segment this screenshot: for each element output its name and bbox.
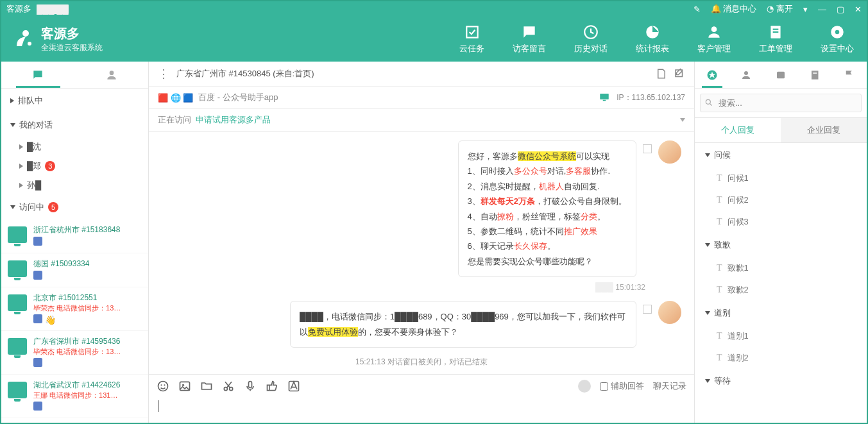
- svg-rect-20: [249, 382, 252, 388]
- svg-point-26: [706, 99, 710, 104]
- image-icon[interactable]: [178, 380, 191, 393]
- message-input[interactable]: [149, 398, 694, 423]
- group-visiting[interactable]: 访问中 5: [1, 195, 148, 219]
- msg-bubble-1: 您好，客源多微信公众号系统可以实现 1、同时接入多公众号对话,多客服协作. 2、…: [458, 140, 636, 277]
- msg-checkbox[interactable]: [643, 305, 652, 314]
- reply-item[interactable]: T问候1: [695, 167, 867, 189]
- monitor-icon: [8, 226, 27, 243]
- reply-item[interactable]: T问候2: [695, 189, 867, 211]
- reply-item[interactable]: T道别2: [695, 347, 867, 369]
- nav-ticket[interactable]: 工单管理: [759, 24, 792, 55]
- maximize-icon[interactable]: ▢: [837, 4, 844, 14]
- subtab-company[interactable]: 企业回复: [781, 118, 867, 142]
- msg-bubble-2: ████，电话微信同步：1████689，QQ：30████969，您可以加我一…: [290, 301, 636, 348]
- visiting-link[interactable]: 申请试用客源多产品: [196, 115, 271, 124]
- assist-toggle[interactable]: 辅助回答: [600, 380, 644, 392]
- titlebar-redacted: ███ ██: [37, 4, 69, 14]
- time-redacted: ███: [595, 282, 613, 292]
- mine-row[interactable]: █郑3: [1, 157, 148, 176]
- msg-center[interactable]: 🔔 消息中心: [711, 3, 757, 15]
- folder-icon[interactable]: [200, 380, 213, 393]
- svg-rect-23: [777, 71, 785, 78]
- more-icon[interactable]: ⋮: [158, 67, 170, 81]
- search-input[interactable]: [700, 94, 862, 112]
- titlebar: 客源多 ███ ██ ✎ 🔔 消息中心 ◔ 离开 ▾ — ▢ ✕: [1, 1, 867, 17]
- svg-point-10: [109, 71, 114, 75]
- rtab-user[interactable]: [729, 62, 764, 88]
- rtab-card[interactable]: [763, 62, 798, 88]
- chat-log-link[interactable]: 聊天记录: [653, 380, 686, 392]
- msg-checkbox[interactable]: [643, 144, 652, 153]
- reply-group[interactable]: 问候: [695, 143, 867, 167]
- nav-guest-msg[interactable]: 访客留言: [513, 24, 546, 55]
- edit-note-icon[interactable]: [674, 68, 685, 80]
- monitor-icon: [8, 382, 27, 398]
- text-style-icon[interactable]: [287, 380, 300, 393]
- right-panel: 个人回复 企业回复 问候T问候1T问候2T问候3致歉T致歉1T致歉2道别T道别1…: [695, 62, 867, 423]
- reply-item[interactable]: T致歉2: [695, 279, 867, 301]
- search-icon: [704, 98, 713, 107]
- reply-group[interactable]: 道别: [695, 301, 867, 325]
- reply-item[interactable]: T致歉1: [695, 257, 867, 279]
- system-message: 15:21:13 对话窗口被关闭，对话已结束: [162, 357, 681, 368]
- monitor-icon: [8, 338, 27, 355]
- header: 客源多 全渠道云客服系统 云任务访客留言历史对话统计报表客户管理工单管理设置中心: [1, 17, 867, 62]
- ip-label: IP：113.65.102.137: [617, 92, 685, 103]
- monitor-icon: [599, 92, 610, 103]
- close-icon[interactable]: ✕: [855, 4, 862, 14]
- cut-icon[interactable]: [222, 380, 235, 393]
- visitor-item[interactable]: 广东省深圳市 #14595436毕荣杰 电话微信同步：13…: [1, 331, 148, 375]
- mic-icon[interactable]: [244, 380, 257, 393]
- mine-row[interactable]: 孙█: [1, 176, 148, 195]
- tab-conversations[interactable]: [1, 62, 75, 88]
- nav-cloud-task[interactable]: 云任务: [459, 24, 484, 55]
- reply-group[interactable]: 等待: [695, 369, 867, 393]
- visitor-item[interactable]: 湖北省武汉市 #14424626王娜 电话微信同步：131…: [1, 375, 148, 418]
- thumbs-up-icon[interactable]: [266, 380, 278, 393]
- visitor-item[interactable]: 北京市 #15012551毕荣杰 电话微信同步：13… 👋: [1, 287, 148, 331]
- emoji-icon[interactable]: [157, 380, 169, 393]
- minimize-icon[interactable]: —: [818, 4, 826, 14]
- reply-item[interactable]: T问候3: [695, 211, 867, 233]
- group-queue[interactable]: 排队中: [1, 89, 148, 113]
- rtab-quick-reply[interactable]: [695, 62, 729, 88]
- svg-rect-11: [600, 94, 609, 99]
- export-icon[interactable]: [656, 68, 667, 80]
- svg-rect-6: [773, 29, 779, 30]
- brand-name: 客源多: [41, 25, 103, 42]
- app-name: 客源多: [6, 3, 31, 15]
- agent-avatar: [658, 301, 681, 324]
- chat-panel: ⋮ 广东省广州市 #14530845 (来自:首页) 🟥 🌐 🟦 百度 - 公众…: [149, 62, 695, 423]
- svg-rect-25: [813, 72, 817, 74]
- visitor-item[interactable]: 浙江省杭州市 #15183648: [1, 219, 148, 253]
- svg-point-15: [164, 384, 165, 386]
- rtab-flag[interactable]: [832, 62, 867, 88]
- nav-stats[interactable]: 统计报表: [636, 24, 669, 55]
- svg-point-22: [744, 71, 748, 75]
- svg-point-14: [160, 384, 162, 386]
- leave-button[interactable]: ◔ 离开: [767, 3, 793, 15]
- msg-time-1: 15:01:32: [615, 283, 645, 292]
- edit-icon[interactable]: ✎: [694, 4, 701, 14]
- collapse-icon[interactable]: [680, 118, 685, 122]
- visitor-item[interactable]: 德国 #15093334: [1, 253, 148, 287]
- nav-settings[interactable]: 设置中心: [821, 24, 854, 55]
- group-mine[interactable]: 我的对话: [1, 113, 148, 137]
- agent-avatar: [658, 140, 681, 164]
- svg-rect-7: [773, 31, 779, 33]
- reply-item[interactable]: T道别1: [695, 325, 867, 347]
- svg-point-0: [22, 30, 29, 37]
- nav-customer[interactable]: 客户管理: [697, 24, 731, 55]
- rtab-note[interactable]: [798, 62, 833, 88]
- monitor-icon: [8, 294, 27, 311]
- tab-contacts[interactable]: [75, 62, 149, 88]
- mine-row[interactable]: █沈: [1, 137, 148, 157]
- nav-history[interactable]: 历史对话: [574, 24, 608, 55]
- browser-icons: 🟥 🌐 🟦: [158, 93, 193, 103]
- reply-group[interactable]: 致歉: [695, 233, 867, 257]
- subtab-personal[interactable]: 个人回复: [695, 118, 781, 142]
- dropdown-icon[interactable]: ▾: [803, 4, 808, 14]
- sidebar: 排队中 我的对话 █沈█郑3孙█ 访问中 5 浙江省杭州市 #15183648德…: [1, 62, 149, 423]
- svg-point-1: [28, 42, 31, 46]
- source-label: 百度 - 公众号助手app: [198, 92, 278, 103]
